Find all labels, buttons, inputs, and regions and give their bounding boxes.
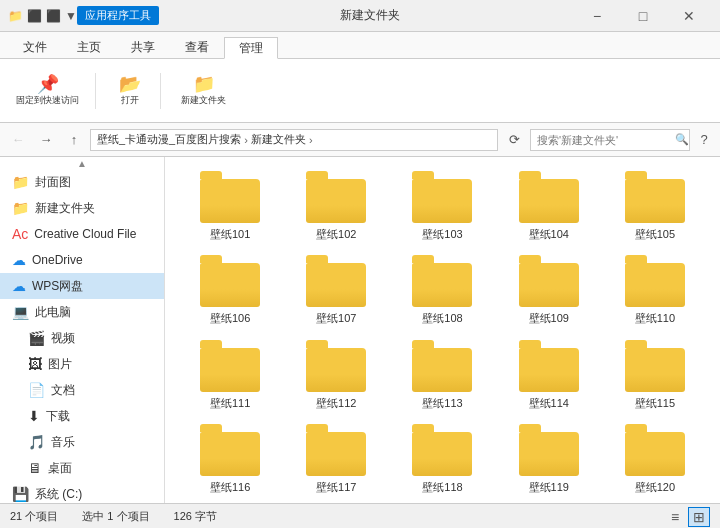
sidebar-label-c: 系统 (C:)	[35, 486, 82, 503]
sidebar-item-videos[interactable]: 🎬 视频	[0, 325, 164, 351]
sidebar-item-music[interactable]: 🎵 音乐	[0, 429, 164, 455]
folder-icon	[519, 171, 579, 223]
list-view-button[interactable]: ≡	[664, 507, 686, 527]
folder-tab	[200, 340, 222, 348]
folder-body	[412, 348, 472, 392]
help-button[interactable]: ?	[694, 130, 714, 150]
toolbar-icon2: ⬛	[46, 9, 61, 23]
status-bar: 21 个项目 选中 1 个项目 126 字节 ≡ ⊞	[0, 503, 720, 528]
file-label: 壁纸120	[635, 480, 675, 494]
file-label: 壁纸109	[529, 311, 569, 325]
folder-body	[306, 432, 366, 476]
folder-icon	[200, 255, 260, 307]
file-item[interactable]: 壁纸111	[177, 334, 283, 414]
file-item[interactable]: 壁纸104	[496, 165, 602, 245]
folder-icon-new: 📁	[12, 200, 29, 216]
title-bar-left: 📁 ⬛ ⬛ ▼	[8, 9, 77, 23]
window-icon: 📁	[8, 9, 23, 23]
file-item[interactable]: 壁纸117	[283, 418, 389, 498]
file-item[interactable]: 壁纸112	[283, 334, 389, 414]
sidebar-item-wps[interactable]: ☁ WPS网盘	[0, 273, 164, 299]
sidebar-item-downloads[interactable]: ⬇ 下载	[0, 403, 164, 429]
folder-tab	[625, 255, 647, 263]
item-count: 21 个项目	[10, 509, 58, 524]
tab-view[interactable]: 查看	[170, 36, 224, 58]
grid-view-button[interactable]: ⊞	[688, 507, 710, 527]
tab-share[interactable]: 共享	[116, 36, 170, 58]
file-item[interactable]: 壁纸114	[496, 334, 602, 414]
sidebar-item-thispc[interactable]: 💻 此电脑	[0, 299, 164, 325]
sidebar-item-cover[interactable]: 📁 封面图	[0, 169, 164, 195]
file-label: 壁纸104	[529, 227, 569, 241]
tab-manage[interactable]: 管理	[224, 37, 278, 59]
file-item[interactable]: 壁纸101	[177, 165, 283, 245]
folder-icon	[200, 340, 260, 392]
ribbon-btn-new-folder[interactable]: 📁 新建文件夹	[177, 73, 230, 109]
refresh-button[interactable]: ⟳	[502, 128, 526, 152]
sidebar-item-creative-cloud[interactable]: Ac Creative Cloud File	[0, 221, 164, 247]
ribbon-btn-open[interactable]: 📂 打开	[112, 73, 148, 109]
sidebar-label-thispc: 此电脑	[35, 304, 71, 321]
open-icon: 📂	[119, 75, 141, 93]
tab-file[interactable]: 文件	[8, 36, 62, 58]
file-item[interactable]: 壁纸115	[602, 334, 708, 414]
folder-icon	[200, 171, 260, 223]
sidebar-item-c-drive[interactable]: 💾 系统 (C:)	[0, 481, 164, 503]
folder-icon	[306, 171, 366, 223]
search-input[interactable]	[537, 134, 675, 146]
file-area: 壁纸101 壁纸102 壁纸103 壁纸104 壁纸105 壁纸106	[165, 157, 720, 503]
file-item[interactable]: 壁纸109	[496, 249, 602, 329]
ribbon-group-pin: 📌 固定到快速访问	[12, 73, 96, 109]
file-item[interactable]: 壁纸106	[177, 249, 283, 329]
sidebar-item-desktop[interactable]: 🖥 桌面	[0, 455, 164, 481]
file-label: 壁纸119	[529, 480, 569, 494]
path-sep-2: ›	[309, 134, 313, 146]
file-item[interactable]: 壁纸113	[389, 334, 495, 414]
folder-tab	[519, 255, 541, 263]
folder-tab	[412, 424, 434, 432]
forward-button[interactable]: →	[34, 128, 58, 152]
sidebar-label-wps: WPS网盘	[32, 278, 83, 295]
toolbar-icon3: ▼	[65, 9, 77, 23]
sidebar-label-onedrive: OneDrive	[32, 253, 83, 267]
tab-home[interactable]: 主页	[62, 36, 116, 58]
sidebar-item-docs[interactable]: 📄 文档	[0, 377, 164, 403]
file-item[interactable]: 壁纸103	[389, 165, 495, 245]
file-size: 126 字节	[174, 509, 217, 524]
docs-icon: 📄	[28, 382, 45, 398]
file-item[interactable]: 壁纸118	[389, 418, 495, 498]
search-box[interactable]: 🔍	[530, 129, 690, 151]
sidebar-item-pictures[interactable]: 🖼 图片	[0, 351, 164, 377]
file-item[interactable]: 壁纸119	[496, 418, 602, 498]
ribbon: 文件 主页 共享 查看 管理 📌 固定到快速访问 📂 打开 📁 新建文件夹	[0, 32, 720, 123]
up-button[interactable]: ↑	[62, 128, 86, 152]
file-item[interactable]: 壁纸108	[389, 249, 495, 329]
folder-icon	[412, 171, 472, 223]
sidebar-label-desktop: 桌面	[48, 460, 72, 477]
file-item[interactable]: 壁纸105	[602, 165, 708, 245]
window-title: 新建文件夹	[167, 7, 574, 24]
file-item[interactable]: 壁纸110	[602, 249, 708, 329]
file-item[interactable]: 壁纸116	[177, 418, 283, 498]
ribbon-btn-pin[interactable]: 📌 固定到快速访问	[12, 73, 83, 109]
folder-body	[306, 179, 366, 223]
file-item[interactable]: 壁纸107	[283, 249, 389, 329]
file-item[interactable]: 壁纸120	[602, 418, 708, 498]
back-button[interactable]: ←	[6, 128, 30, 152]
app-label: 应用程序工具	[77, 6, 159, 25]
folder-tab	[306, 340, 328, 348]
close-button[interactable]: ✕	[666, 0, 712, 32]
folder-body	[412, 179, 472, 223]
folder-icon	[306, 340, 366, 392]
folder-body	[519, 348, 579, 392]
sidebar-item-onedrive[interactable]: ☁ OneDrive	[0, 247, 164, 273]
maximize-button[interactable]: □	[620, 0, 666, 32]
sidebar-scroll-up[interactable]: ▲	[0, 157, 164, 169]
minimize-button[interactable]: −	[574, 0, 620, 32]
file-item[interactable]: 壁纸102	[283, 165, 389, 245]
file-label: 壁纸116	[210, 480, 250, 494]
sidebar-item-new-folder[interactable]: 📁 新建文件夹	[0, 195, 164, 221]
address-path[interactable]: 壁纸_卡通动漫_百度图片搜索 › 新建文件夹 ›	[90, 129, 498, 151]
folder-body	[200, 263, 260, 307]
file-label: 壁纸107	[316, 311, 356, 325]
